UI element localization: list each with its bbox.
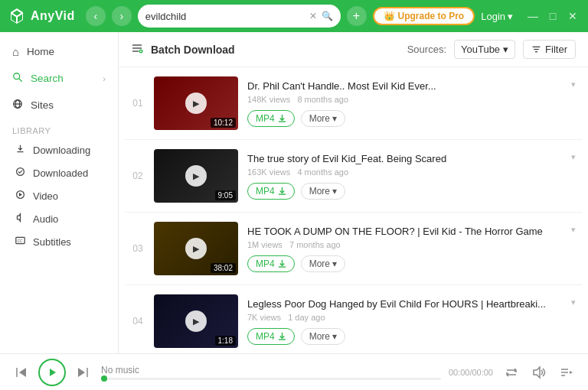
volume-button[interactable] (528, 362, 550, 383)
sidebar-item-downloaded[interactable]: Downloaded (0, 161, 118, 184)
duration-badge: 38:02 (211, 263, 236, 273)
logo-area: AnyVid (8, 7, 75, 25)
video-actions: MP4 More ▾ (247, 110, 562, 127)
play-overlay-button[interactable]: ▶ (185, 93, 207, 114)
collapse-icon[interactable]: ▾ (571, 225, 576, 235)
filter-button[interactable]: Filter (523, 40, 576, 59)
repeat-button[interactable] (501, 362, 522, 383)
mp4-download-button[interactable]: MP4 (247, 110, 295, 127)
library-label: Library (0, 119, 118, 138)
sidebar-item-downloading[interactable]: Downloading (0, 138, 118, 161)
svg-line-1 (19, 79, 22, 82)
batch-download-title: Batch Download (151, 44, 400, 56)
close-button[interactable]: ✕ (565, 8, 580, 24)
playlist-button[interactable] (556, 362, 577, 383)
title-bar: AnyVid ‹ › ✕ 🔍 + 👑 Upgrade to Pro Login … (0, 0, 588, 32)
time-display: 00:00/00:00 (449, 368, 493, 377)
thumbnail[interactable]: ▶ 1:18 (154, 294, 238, 348)
sidebar-item-home[interactable]: ⌂ Home (0, 38, 118, 65)
source-dropdown[interactable]: YouTube ▾ (454, 40, 515, 59)
mp4-download-button[interactable]: MP4 (247, 328, 295, 345)
play-overlay-button[interactable]: ▶ (185, 310, 207, 332)
more-button[interactable]: More ▾ (301, 110, 345, 127)
duration-badge: 9:05 (215, 190, 236, 200)
video-info: HE TOOK A DUMP ON THE FLOOR? | Evil Kid … (247, 226, 562, 272)
content-area: Batch Download Sources: YouTube ▾ Filter… (119, 32, 588, 353)
format-label: MP4 (256, 113, 275, 124)
downloaded-icon (15, 167, 25, 179)
video-actions: MP4 More ▾ (247, 183, 562, 200)
play-overlay-button[interactable]: ▶ (185, 238, 207, 259)
logo-icon (8, 7, 26, 25)
list-item: 02 ▶ 9:05 The true story of Evil Kid_Fea… (125, 140, 582, 213)
download-icon (278, 187, 286, 195)
sources-label: Sources: (407, 44, 446, 55)
player-right-controls (501, 362, 577, 383)
svg-marker-34 (534, 367, 540, 378)
video-icon (15, 190, 25, 202)
more-chevron-icon: ▾ (332, 113, 337, 124)
prev-button[interactable] (11, 362, 32, 383)
play-button[interactable] (38, 359, 66, 386)
video-list: 01 ▶ 10:12 Dr. Phil Can't Handle.. Most … (119, 67, 588, 353)
thumbnail[interactable]: ▶ 38:02 (154, 222, 238, 275)
sidebar-item-sites[interactable]: Sites (0, 92, 118, 119)
thumbnail[interactable]: ▶ 10:12 (154, 76, 238, 130)
sidebar-item-subtitles[interactable]: CC Subtitles (0, 230, 118, 253)
chevron-down-icon: ▾ (508, 11, 513, 22)
search-nav-icon (12, 72, 23, 85)
video-actions: MP4 More ▾ (247, 328, 562, 345)
more-chevron-icon: ▾ (332, 258, 337, 269)
crown-icon: 👑 (384, 11, 395, 21)
play-overlay-button[interactable]: ▶ (185, 165, 207, 187)
item-number: 01 (131, 98, 145, 109)
search-icon[interactable]: 🔍 (322, 11, 333, 21)
more-button[interactable]: More ▾ (301, 328, 345, 345)
search-input[interactable] (145, 11, 305, 22)
format-label: MP4 (256, 186, 275, 197)
collapse-icon[interactable]: ▾ (571, 80, 576, 89)
video-meta: 163K views 4 months ago (247, 167, 562, 177)
collapse-icon[interactable]: ▾ (571, 152, 576, 162)
url-search-bar: ✕ 🔍 (138, 5, 341, 28)
download-icon (278, 114, 286, 122)
format-label: MP4 (256, 331, 275, 342)
duration-badge: 1:18 (215, 336, 236, 346)
video-actions: MP4 More ▾ (247, 255, 562, 272)
video-title: The true story of Evil Kid_Feat. Being S… (247, 153, 562, 164)
video-title: HE TOOK A DUMP ON THE FLOOR? | Evil Kid … (247, 226, 562, 237)
sidebar-item-audio[interactable]: Audio (0, 207, 118, 230)
back-button[interactable]: ‹ (86, 6, 106, 26)
more-chevron-icon: ▾ (332, 186, 337, 197)
mp4-download-button[interactable]: MP4 (247, 255, 295, 272)
sidebar-item-video[interactable]: Video (0, 184, 118, 207)
main-area: ⌂ Home Search › Sites Library Downloadin… (0, 32, 588, 353)
progress-bar[interactable] (101, 378, 441, 380)
login-button[interactable]: Login ▾ (481, 11, 513, 22)
list-item: 01 ▶ 10:12 Dr. Phil Can't Handle.. Most … (125, 67, 582, 140)
download-icon (278, 332, 286, 340)
video-info: The true story of Evil Kid_Feat. Being S… (247, 153, 562, 200)
sidebar-item-search[interactable]: Search › (0, 65, 118, 92)
minimize-button[interactable]: — (525, 8, 541, 24)
collapse-icon[interactable]: ▾ (571, 297, 576, 307)
upgrade-button[interactable]: 👑 Upgrade to Pro (373, 7, 475, 25)
maximize-button[interactable]: □ (545, 8, 560, 24)
thumbnail[interactable]: ▶ 9:05 (154, 149, 238, 203)
next-button[interactable] (72, 362, 93, 383)
forward-button[interactable]: › (112, 6, 132, 26)
svg-text:CC: CC (17, 239, 23, 243)
add-tab-button[interactable]: + (347, 6, 367, 26)
track-info: No music (101, 365, 441, 380)
more-chevron-icon: ▾ (332, 331, 337, 342)
more-button[interactable]: More ▾ (301, 183, 345, 200)
content-header: Batch Download Sources: YouTube ▾ Filter (119, 32, 588, 67)
svg-marker-38 (570, 371, 573, 374)
video-info: Legless Poor Dog Hanged by Evil Child Fo… (247, 298, 562, 345)
window-controls: — □ ✕ (525, 8, 580, 24)
downloading-icon (15, 144, 25, 156)
clear-icon[interactable]: ✕ (309, 11, 317, 21)
app-name: AnyVid (31, 9, 75, 23)
more-button[interactable]: More ▾ (301, 255, 345, 272)
mp4-download-button[interactable]: MP4 (247, 183, 295, 200)
